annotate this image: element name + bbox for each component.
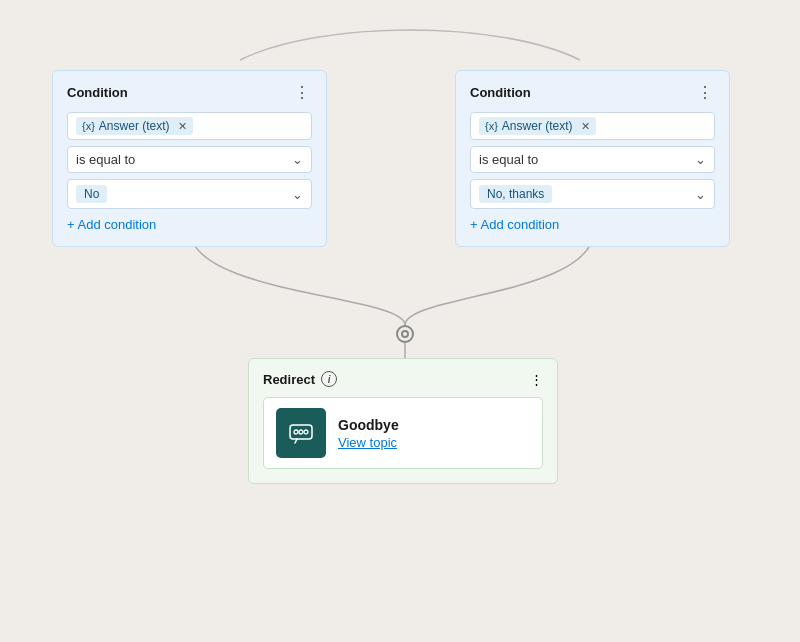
condition-right-token-row: {x} Answer (text) ✕ bbox=[470, 112, 715, 140]
condition-left-token-label: Answer (text) bbox=[99, 119, 170, 133]
condition-card-left-title: Condition bbox=[67, 85, 128, 100]
redirect-title-label: Redirect bbox=[263, 372, 315, 387]
condition-right-value-badge: No, thanks bbox=[479, 185, 552, 203]
condition-left-token-close[interactable]: ✕ bbox=[178, 120, 187, 133]
condition-right-token-label: Answer (text) bbox=[502, 119, 573, 133]
goodbye-icon bbox=[287, 419, 315, 447]
condition-card-right-title: Condition bbox=[470, 85, 531, 100]
condition-card-left-menu[interactable]: ⋮ bbox=[294, 83, 312, 102]
redirect-card-header: Redirect i ⋮ bbox=[263, 371, 543, 387]
condition-left-add[interactable]: + Add condition bbox=[67, 217, 312, 232]
redirect-card-title: Redirect i bbox=[263, 371, 337, 387]
condition-left-value-dropdown[interactable]: No ⌄ bbox=[67, 179, 312, 209]
condition-left-value-arrow: ⌄ bbox=[292, 187, 303, 202]
svg-rect-1 bbox=[290, 425, 312, 439]
redirect-info-icon[interactable]: i bbox=[321, 371, 337, 387]
goodbye-icon-box bbox=[276, 408, 326, 458]
merge-circle-inner bbox=[401, 330, 409, 338]
condition-right-token-icon: {x} bbox=[485, 120, 498, 132]
condition-right-operator-label: is equal to bbox=[479, 152, 538, 167]
goodbye-item: Goodbye View topic bbox=[263, 397, 543, 469]
goodbye-text: Goodbye View topic bbox=[338, 417, 399, 450]
condition-left-token: {x} Answer (text) ✕ bbox=[76, 117, 193, 135]
merge-node bbox=[396, 325, 414, 343]
goodbye-view-topic-link[interactable]: View topic bbox=[338, 435, 399, 450]
canvas: Condition ⋮ {x} Answer (text) ✕ is equal… bbox=[0, 0, 800, 642]
svg-point-4 bbox=[304, 430, 308, 434]
condition-right-operator-arrow: ⌄ bbox=[695, 152, 706, 167]
condition-right-add[interactable]: + Add condition bbox=[470, 217, 715, 232]
merge-circle-outer bbox=[396, 325, 414, 343]
condition-right-value-arrow: ⌄ bbox=[695, 187, 706, 202]
condition-right-token: {x} Answer (text) ✕ bbox=[479, 117, 596, 135]
condition-card-left: Condition ⋮ {x} Answer (text) ✕ is equal… bbox=[52, 70, 327, 247]
condition-left-value-badge: No bbox=[76, 185, 107, 203]
condition-right-token-close[interactable]: ✕ bbox=[581, 120, 590, 133]
svg-point-3 bbox=[299, 430, 303, 434]
condition-left-operator-label: is equal to bbox=[76, 152, 135, 167]
condition-card-left-header: Condition ⋮ bbox=[67, 83, 312, 102]
condition-card-right-menu[interactable]: ⋮ bbox=[697, 83, 715, 102]
redirect-card-menu[interactable]: ⋮ bbox=[530, 372, 543, 387]
condition-left-token-icon: {x} bbox=[82, 120, 95, 132]
condition-right-operator-dropdown[interactable]: is equal to ⌄ bbox=[470, 146, 715, 173]
condition-left-operator-arrow: ⌄ bbox=[292, 152, 303, 167]
condition-left-token-row: {x} Answer (text) ✕ bbox=[67, 112, 312, 140]
goodbye-title: Goodbye bbox=[338, 417, 399, 433]
condition-left-operator-dropdown[interactable]: is equal to ⌄ bbox=[67, 146, 312, 173]
condition-card-right-header: Condition ⋮ bbox=[470, 83, 715, 102]
condition-right-value-dropdown[interactable]: No, thanks ⌄ bbox=[470, 179, 715, 209]
condition-card-right: Condition ⋮ {x} Answer (text) ✕ is equal… bbox=[455, 70, 730, 247]
svg-point-2 bbox=[294, 430, 298, 434]
redirect-card: Redirect i ⋮ Goodbye View topic bbox=[248, 358, 558, 484]
